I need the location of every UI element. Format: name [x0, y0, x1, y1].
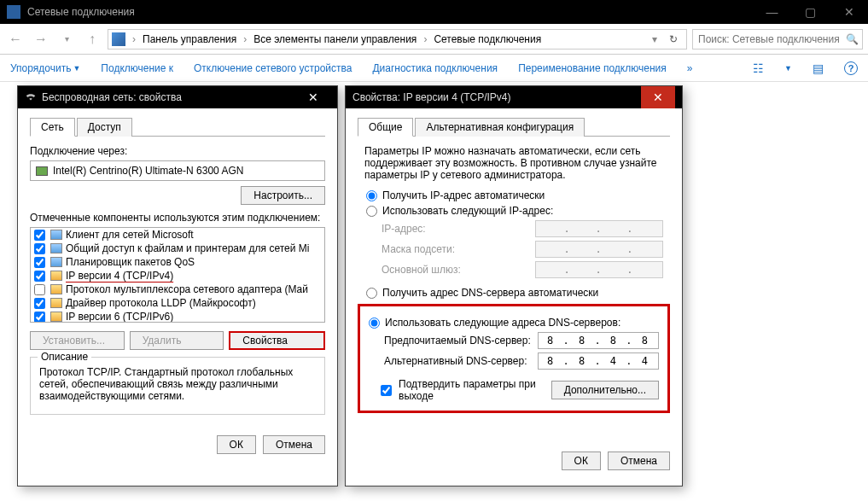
- component-row[interactable]: Планировщик пакетов QoS: [31, 255, 324, 269]
- radio-auto-ip[interactable]: [366, 190, 377, 201]
- configure-button[interactable]: Настроить...: [241, 186, 325, 205]
- toolbar-overflow-icon[interactable]: »: [687, 62, 693, 74]
- breadcrumb[interactable]: › Панель управления › Все элементы панел…: [108, 29, 687, 50]
- breadcrumb-seg[interactable]: Сетевые подключения: [434, 33, 541, 45]
- confirm-on-exit-label: Подтвердить параметры при выходе: [399, 378, 545, 402]
- content-area: Беспроводная сеть: свойства ✕ Сеть Досту…: [0, 82, 868, 501]
- description-text: Протокол TCP/IP. Стандартный протокол гл…: [39, 366, 293, 402]
- dialog-title: Беспроводная сеть: свойства: [42, 91, 296, 103]
- component-row[interactable]: Драйвер протокола LLDP (Майкрософт): [31, 296, 324, 310]
- component-checkbox[interactable]: [34, 243, 45, 254]
- component-checkbox[interactable]: [34, 257, 45, 268]
- intro-text: Параметры IP можно назначать автоматичес…: [364, 145, 663, 181]
- chevron-down-icon[interactable]: ▼: [784, 64, 792, 73]
- radio-auto-dns[interactable]: [366, 288, 377, 299]
- client-icon: [50, 243, 62, 253]
- nav-history-icon[interactable]: ▾: [56, 29, 77, 50]
- tab-network[interactable]: Сеть: [30, 118, 75, 137]
- preferred-dns-input[interactable]: 8 . 8 . 8 . 8: [538, 332, 659, 349]
- component-checkbox[interactable]: [34, 312, 45, 323]
- dialog-titlebar[interactable]: Свойства: IP версии 4 (TCP/IPv4) ✕: [346, 86, 682, 108]
- confirm-on-exit-checkbox[interactable]: [381, 385, 392, 396]
- component-row[interactable]: Клиент для сетей Microsoft: [31, 228, 324, 242]
- diagnose-button[interactable]: Диагностика подключения: [372, 62, 498, 74]
- nav-back-icon[interactable]: ←: [5, 29, 26, 50]
- subnet-mask-label: Маска подсети:: [382, 243, 535, 255]
- disable-device-button[interactable]: Отключение сетевого устройства: [194, 62, 352, 74]
- window-titlebar: Сетевые подключения — ▢ ✕: [0, 0, 868, 24]
- tab-alt-config[interactable]: Альтернативная конфигурация: [415, 118, 585, 137]
- chevron-down-icon: ▼: [73, 64, 80, 73]
- tab-general[interactable]: Общие: [358, 118, 413, 137]
- maximize-button[interactable]: ▢: [791, 0, 830, 24]
- organize-menu[interactable]: Упорядочить ▼: [10, 62, 80, 74]
- view-icon[interactable]: ☷: [753, 61, 764, 75]
- radio-static-ip-label: Использовать следующий IP-адрес:: [382, 205, 553, 217]
- ok-button[interactable]: ОК: [562, 451, 601, 470]
- adapter-properties-dialog: Беспроводная сеть: свойства ✕ Сеть Досту…: [17, 85, 338, 486]
- minimize-button[interactable]: —: [753, 0, 791, 24]
- nav-forward-icon[interactable]: →: [31, 29, 51, 50]
- search-box[interactable]: 🔍: [692, 29, 863, 50]
- close-icon[interactable]: ✕: [641, 86, 675, 108]
- component-row[interactable]: Общий доступ к файлам и принтерам для се…: [31, 242, 324, 255]
- component-label: IP версии 4 (TCP/IPv4): [66, 270, 173, 282]
- refresh-icon[interactable]: ↻: [664, 33, 683, 45]
- component-label: Драйвер протокола LLDP (Майкрософт): [66, 297, 256, 309]
- subnet-mask-input: . . .: [535, 241, 663, 258]
- radio-auto-ip-label: Получить IP-адрес автоматически: [382, 189, 545, 201]
- install-button[interactable]: Установить...: [30, 331, 125, 350]
- component-checkbox[interactable]: [34, 230, 45, 241]
- adapter-name: Intel(R) Centrino(R) Ultimate-N 6300 AGN: [53, 165, 243, 177]
- alternate-dns-input[interactable]: 8 . 8 . 4 . 4: [538, 352, 659, 370]
- protocol-icon: [50, 298, 62, 308]
- connect-via-label: Подключение через:: [30, 145, 325, 157]
- gateway-input: . . .: [535, 261, 663, 278]
- component-label: IP версии 6 (TCP/IPv6): [66, 311, 173, 323]
- component-row[interactable]: IP версии 4 (TCP/IPv4): [31, 269, 324, 283]
- ipv4-properties-dialog: Свойства: IP версии 4 (TCP/IPv4) ✕ Общие…: [345, 85, 683, 486]
- preview-pane-icon[interactable]: ▤: [813, 61, 824, 75]
- rename-button[interactable]: Переименование подключения: [518, 62, 667, 74]
- chevron-right-icon: ›: [422, 33, 428, 45]
- components-list[interactable]: Клиент для сетей MicrosoftОбщий доступ к…: [30, 227, 325, 323]
- uninstall-button[interactable]: Удалить: [130, 331, 224, 350]
- connect-to-button[interactable]: Подключение к: [101, 62, 173, 74]
- component-checkbox[interactable]: [34, 298, 45, 309]
- description-group: Описание Протокол TCP/IP. Стандартный пр…: [30, 357, 325, 415]
- chevron-right-icon: ›: [131, 33, 137, 45]
- radio-static-dns-label: Использовать следующие адреса DNS-сервер…: [385, 317, 620, 329]
- app-icon: [7, 5, 20, 19]
- client-icon: [50, 230, 62, 240]
- component-checkbox[interactable]: [34, 271, 45, 282]
- description-legend: Описание: [38, 351, 91, 363]
- nic-icon: [36, 166, 48, 176]
- tab-access[interactable]: Доступ: [77, 118, 132, 137]
- dialog-titlebar[interactable]: Беспроводная сеть: свойства ✕: [18, 86, 337, 108]
- nav-up-icon[interactable]: ↑: [82, 29, 102, 50]
- components-label: Отмеченные компоненты используются этим …: [30, 212, 325, 224]
- tab-strip: Сеть Доступ: [30, 117, 325, 137]
- breadcrumb-seg[interactable]: Панель управления: [143, 33, 236, 45]
- command-toolbar: Упорядочить ▼ Подключение к Отключение с…: [0, 55, 868, 82]
- close-icon[interactable]: ✕: [296, 86, 330, 108]
- cancel-button[interactable]: Отмена: [263, 435, 325, 454]
- component-row[interactable]: IP версии 6 (TCP/IPv6): [31, 310, 324, 323]
- component-row[interactable]: Протокол мультиплексора сетевого адаптер…: [31, 283, 324, 296]
- advanced-button[interactable]: Дополнительно...: [551, 381, 659, 399]
- properties-button[interactable]: Свойства: [229, 331, 325, 350]
- gateway-label: Основной шлюз:: [382, 264, 535, 276]
- close-button[interactable]: ✕: [830, 0, 868, 24]
- radio-static-ip[interactable]: [366, 206, 377, 217]
- component-checkbox[interactable]: [34, 284, 45, 295]
- radio-static-dns[interactable]: [369, 317, 380, 329]
- help-icon[interactable]: ?: [844, 61, 858, 75]
- ip-address-input: . . .: [535, 220, 663, 237]
- breadcrumb-seg[interactable]: Все элементы панели управления: [253, 33, 417, 45]
- search-icon[interactable]: 🔍: [846, 33, 859, 45]
- search-input[interactable]: [696, 32, 846, 46]
- window-title: Сетевые подключения: [27, 6, 753, 18]
- ok-button[interactable]: ОК: [217, 435, 256, 454]
- cancel-button[interactable]: Отмена: [608, 451, 670, 470]
- chevron-down-icon[interactable]: ▾: [650, 33, 659, 45]
